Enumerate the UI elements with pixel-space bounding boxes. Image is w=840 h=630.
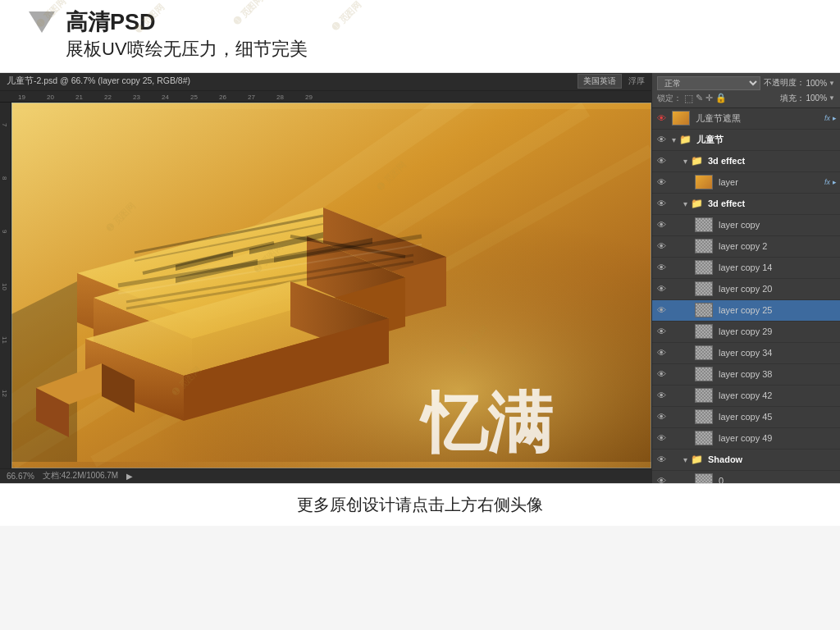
layer-item[interactable]: 👁▾📁3d effect xyxy=(652,194,840,215)
layer-thumbnail xyxy=(695,431,713,445)
eye-toggle-icon[interactable]: 👁 xyxy=(655,198,667,209)
eye-toggle-icon[interactable]: 👁 xyxy=(655,112,667,124)
layer-item[interactable]: 👁layer copy 14 xyxy=(652,258,840,279)
bottom-section: 更多原创设计请点击上方右侧头像 xyxy=(0,483,840,526)
folder-icon: 📁 xyxy=(691,155,703,167)
layers-list[interactable]: 👁儿童节遮黑fx ▸👁▾📁儿童节👁▾📁3d effect👁layerfx ▸👁▾… xyxy=(652,108,840,483)
ps-file-label: 儿童节-2.psd @ 66.7% (layer copy 25, RGB/8#… xyxy=(7,75,190,87)
eye-toggle-icon[interactable]: 👁 xyxy=(655,219,667,231)
layer-name: layer copy 2 xyxy=(719,241,837,251)
folder-icon: 📁 xyxy=(691,454,703,465)
bottom-text: 更多原创设计请点击上方右侧头像 xyxy=(297,495,543,514)
layer-name: 3d effect xyxy=(708,199,837,208)
eye-toggle-icon[interactable]: 👁 xyxy=(655,347,667,358)
eye-toggle-icon[interactable]: 👁 xyxy=(655,262,667,273)
layer-thumbnail xyxy=(695,281,713,296)
layer-item[interactable]: 👁layerfx ▸ xyxy=(652,172,840,194)
fill-value[interactable]: 100% xyxy=(806,94,828,103)
arrow-icon xyxy=(29,11,55,33)
doc-info: 文档:42.2M/1006.7M xyxy=(43,470,118,482)
layer-thumbnail xyxy=(695,217,713,232)
eye-toggle-icon[interactable]: 👁 xyxy=(655,390,667,401)
layer-thumbnail xyxy=(695,409,713,424)
layer-item[interactable]: 👁layer copy 45 xyxy=(652,407,840,428)
blend-mode-select[interactable]: 正常 xyxy=(657,76,760,90)
fill-dropdown-icon[interactable]: ▼ xyxy=(829,94,835,102)
layer-name: 儿童节遮黑 xyxy=(696,112,822,125)
opacity-dropdown-icon[interactable]: ▼ xyxy=(829,80,835,87)
layer-name: Shadow xyxy=(708,454,837,464)
layer-thumbnail xyxy=(695,367,713,381)
nav-arrow[interactable]: ▶ xyxy=(126,472,133,481)
ps-extra: 浮厚 xyxy=(628,75,645,87)
ruler-horizontal: 19 20 21 22 23 24 25 26 27 28 29 xyxy=(0,91,651,103)
fx-expand-icon[interactable]: ▸ xyxy=(833,178,837,186)
eye-toggle-icon[interactable]: 👁 xyxy=(655,283,667,294)
layer-name: layer copy 34 xyxy=(719,348,837,358)
ps-lang-select[interactable]: 美国英语 xyxy=(578,74,622,89)
layer-thumbnail xyxy=(695,303,713,317)
layer-thumbnail xyxy=(672,111,690,126)
lock-paint-icon[interactable]: ✎ xyxy=(696,93,703,103)
layer-item[interactable]: 👁layer copy 49 xyxy=(652,428,840,450)
layer-item[interactable]: 👁layer copy 20 xyxy=(652,279,840,300)
eye-toggle-icon[interactable]: 👁 xyxy=(655,155,667,167)
eye-toggle-icon[interactable]: 👁 xyxy=(655,475,667,483)
layer-thumbnail xyxy=(695,388,713,403)
eye-toggle-icon[interactable]: 👁 xyxy=(655,326,667,337)
lock-transparency-icon[interactable]: ⬚ xyxy=(684,93,693,104)
eye-toggle-icon[interactable]: 👁 xyxy=(655,411,667,422)
eye-toggle-icon[interactable]: 👁 xyxy=(655,368,667,380)
layer-name: layer copy xyxy=(719,220,837,230)
layers-panel: 正常 不透明度： 100% ▼ 锁定： ⬚ ✎ ✛ 🔒 填充： xyxy=(651,73,840,483)
canvas: 忆满 ➊ 觅图网 ➊ 觅图网 ➊ 觅图网 ➊ 觅图网 ➊ 觅图网 xyxy=(11,103,651,468)
layer-item[interactable]: 👁layer copy 29 xyxy=(652,322,840,343)
lock-all-icon[interactable]: 🔒 xyxy=(715,93,727,103)
top-line2: 展板UV喷绘无压力，细节完美 xyxy=(66,37,824,62)
layer-item[interactable]: 👁儿童节遮黑fx ▸ xyxy=(652,108,840,130)
fx-expand-icon[interactable]: ▸ xyxy=(833,114,837,122)
layer-name: 儿童节 xyxy=(696,134,837,146)
folder-icon: 📁 xyxy=(679,134,692,145)
layer-item[interactable]: 👁layer copy 38 xyxy=(652,364,840,386)
layer-thumbnail xyxy=(695,260,713,275)
eye-toggle-icon[interactable]: 👁 xyxy=(655,176,667,188)
layer-item[interactable]: 👁layer copy xyxy=(652,215,840,236)
eye-toggle-icon[interactable]: 👁 xyxy=(655,304,667,316)
layer-name: layer xyxy=(719,177,822,187)
group-expand-icon[interactable]: ▾ xyxy=(683,455,687,464)
layer-name: layer copy 49 xyxy=(719,433,837,443)
layer-thumbnail xyxy=(695,175,713,189)
fill-label: 填充： xyxy=(780,93,805,104)
ruler-vertical: 7 8 9 10 11 12 xyxy=(0,103,11,468)
group-expand-icon[interactable]: ▾ xyxy=(683,157,687,166)
opacity-value[interactable]: 100% xyxy=(806,79,828,88)
svg-text:忆满: 忆满 xyxy=(419,386,553,459)
layer-thumbnail xyxy=(695,239,713,253)
layer-name: layer copy 14 xyxy=(719,262,837,272)
layer-item[interactable]: 👁0 xyxy=(652,471,840,483)
eye-toggle-icon[interactable]: 👁 xyxy=(655,134,667,145)
layer-name: layer copy 45 xyxy=(719,412,837,422)
layer-item[interactable]: 👁layer copy 34 xyxy=(652,343,840,364)
ps-statusbar: 66.67% 文档:42.2M/1006.7M ▶ xyxy=(0,468,651,483)
layer-item[interactable]: 👁▾📁3d effect xyxy=(652,151,840,172)
fx-badge: fx xyxy=(824,178,830,186)
opacity-label: 不透明度： xyxy=(764,77,805,89)
lock-move-icon[interactable]: ✛ xyxy=(705,93,713,103)
eye-toggle-icon[interactable]: 👁 xyxy=(655,432,667,444)
group-expand-icon[interactable]: ▾ xyxy=(683,199,687,208)
layer-item[interactable]: 👁layer copy 2 xyxy=(652,236,840,258)
group-expand-icon[interactable]: ▾ xyxy=(672,135,676,144)
layer-item[interactable]: 👁▾📁儿童节 xyxy=(652,130,840,151)
layer-item[interactable]: 👁layer copy 42 xyxy=(652,386,840,407)
layer-name: layer copy 42 xyxy=(719,390,837,400)
eye-toggle-icon[interactable]: 👁 xyxy=(655,454,667,465)
lock-label: 锁定： xyxy=(657,93,682,104)
layer-name: 0 xyxy=(719,476,837,483)
ps-titlebar: 儿童节-2.psd @ 66.7% (layer copy 25, RGB/8#… xyxy=(0,73,651,91)
layer-name: layer copy 20 xyxy=(719,284,837,294)
layer-item[interactable]: 👁▾📁Shadow xyxy=(652,450,840,471)
layer-item[interactable]: 👁layer copy 25 xyxy=(652,300,840,322)
eye-toggle-icon[interactable]: 👁 xyxy=(655,240,667,252)
